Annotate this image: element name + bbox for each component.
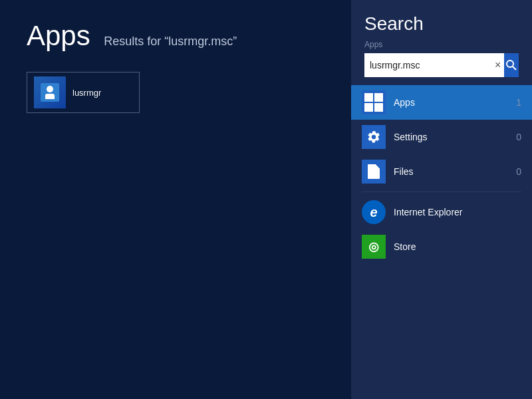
category-divider [362, 192, 521, 192]
results-subtitle: Results for “lusrmgr.msc” [104, 35, 237, 48]
file-shape [368, 164, 380, 179]
category-name-ie: Internet Explorer [394, 207, 521, 217]
gear-icon [362, 125, 386, 149]
user-head [47, 86, 53, 92]
search-category-label: Apps [364, 40, 519, 49]
app-icon [34, 76, 66, 108]
user-body [45, 94, 55, 99]
category-count-files: 0 [511, 166, 521, 177]
category-item-apps[interactable]: Apps 1 [351, 85, 532, 120]
file-icon-container [362, 160, 386, 184]
category-item-settings[interactable]: Settings 0 [351, 120, 532, 154]
search-input-row: × [364, 53, 519, 77]
category-item-ie[interactable]: e Internet Explorer [351, 195, 532, 229]
store-icon: ◎ [362, 235, 386, 259]
ie-icon: e [362, 200, 386, 224]
category-name-settings: Settings [394, 132, 511, 142]
category-count-apps: 1 [511, 97, 521, 108]
settings-icon [362, 125, 386, 149]
search-sidebar: Search Apps × Apps [351, 0, 532, 399]
search-icon [505, 59, 517, 71]
search-header: Search Apps × [351, 0, 532, 82]
category-list: Apps 1 Settings 0 Files 0 [351, 85, 532, 399]
page-title: Apps [27, 20, 90, 51]
category-name-files: Files [394, 166, 511, 177]
search-clear-button[interactable]: × [491, 53, 504, 77]
search-input[interactable] [364, 53, 491, 77]
svg-point-0 [507, 61, 513, 67]
main-content: Apps Results for “lusrmgr.msc” lusrmgr [0, 0, 351, 399]
svg-line-1 [513, 66, 516, 70]
category-name-apps: Apps [394, 97, 511, 108]
app-label: lusrmgr [72, 88, 101, 98]
title-row: Apps Results for “lusrmgr.msc” [27, 20, 325, 52]
gear-svg [366, 130, 381, 144]
category-name-store: Store [394, 241, 521, 252]
files-icon [362, 160, 386, 184]
lusrmgr-icon-inner [45, 86, 55, 99]
search-go-button[interactable] [504, 53, 519, 77]
search-title: Search [364, 13, 519, 35]
internet-explorer-icon: e [362, 200, 386, 224]
apps-grid-icon [362, 90, 386, 114]
category-item-files[interactable]: Files 0 [351, 154, 532, 189]
category-count-settings: 0 [511, 132, 521, 142]
app-result-item[interactable]: lusrmgr [27, 72, 140, 113]
lusrmgr-icon [34, 76, 66, 108]
apps-icon [362, 90, 386, 114]
store-icon-box: ◎ [362, 235, 386, 259]
category-item-store[interactable]: ◎ Store [351, 229, 532, 264]
store-icon-label: ◎ [368, 239, 379, 254]
